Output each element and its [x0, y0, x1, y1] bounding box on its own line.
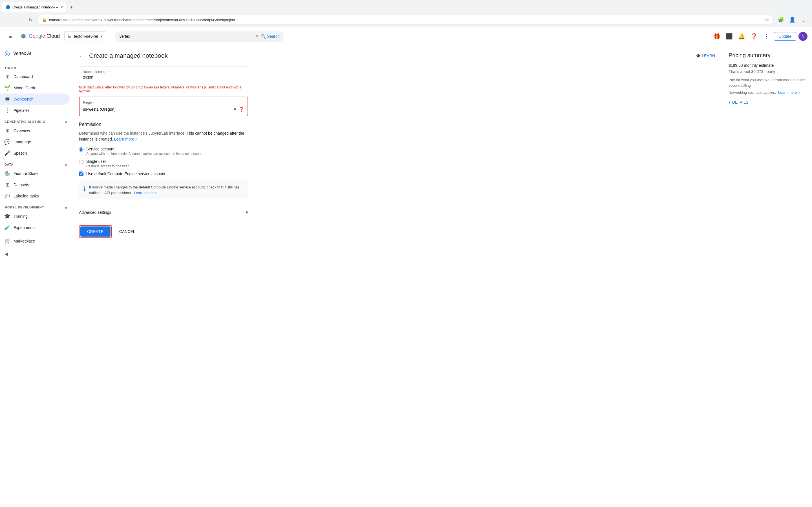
- sidebar-item-overview[interactable]: ⊕ Overview: [0, 125, 70, 136]
- notebook-name-label: Notebook name *: [83, 70, 245, 74]
- data-collapse-icon: ∧: [64, 162, 67, 167]
- cloud-shell-button[interactable]: ⬛: [724, 31, 734, 41]
- search-clear-icon[interactable]: ✕: [255, 34, 259, 39]
- pricing-external-link-icon: ↗: [797, 90, 800, 95]
- bookmark-icon[interactable]: ☆: [765, 17, 769, 22]
- page-header: ← Create a managed notebook 🎓 LEARN: [79, 52, 715, 59]
- sidebar-label-speech: Speech: [13, 151, 27, 156]
- info-box: ℹ If you've made changes to the default …: [79, 180, 248, 200]
- model-dev-section-toggle[interactable]: MODEL DEVELOPMENT ∧: [0, 202, 72, 211]
- search-button[interactable]: 🔍 Search: [261, 34, 280, 39]
- sidebar-item-speech[interactable]: 🎤 Speech: [0, 148, 70, 159]
- region-field: Region us-west1 (Oregon) us-central1 (Io…: [79, 97, 248, 116]
- page-title: Create a managed notebook: [89, 52, 168, 59]
- sidebar-label-experiments: Experiments: [13, 225, 36, 230]
- sidebar-item-training[interactable]: 🎓 Training: [0, 211, 70, 222]
- help-button[interactable]: ❓: [749, 31, 759, 41]
- pricing-details-label: DETAILS: [732, 100, 748, 105]
- sidebar: ◎ Vertex AI TOOLS ⊞ Dashboard 🌱 Model Ga…: [0, 45, 72, 507]
- region-label: Region: [83, 101, 244, 105]
- forward-button[interactable]: →: [15, 15, 24, 24]
- overview-icon: ⊕: [4, 128, 10, 133]
- update-button[interactable]: Update: [774, 32, 796, 41]
- sidebar-toggle-button[interactable]: ☰: [4, 31, 16, 42]
- info-learn-more-link[interactable]: Learn more ↗: [134, 190, 156, 196]
- notebook-name-hint: Must start with a letter followed by up …: [79, 86, 248, 93]
- sidebar-label-dashboard: Dashboard: [13, 74, 33, 79]
- sidebar-brand: ◎ Vertex AI: [0, 45, 72, 62]
- back-button[interactable]: ←: [3, 15, 12, 24]
- project-selector[interactable]: ⊞ tecton-dev-rel ▾: [64, 31, 106, 41]
- experiments-icon: 🧪: [4, 225, 10, 230]
- pricing-info2: Networking cost also applies. Learn more…: [728, 90, 805, 96]
- sidebar-item-model-garden[interactable]: 🌱 Model Garden: [0, 82, 70, 94]
- advanced-label: Advanced settings: [79, 210, 111, 215]
- info-icon: ℹ: [84, 184, 86, 193]
- external-link-icon: ↗: [135, 137, 138, 142]
- url-text: console.cloud.google.com/vertex-ai/workb…: [49, 18, 763, 22]
- sidebar-label-model-garden: Model Garden: [13, 86, 39, 90]
- sidebar-item-datasets[interactable]: ⊞ Datasets: [0, 179, 70, 190]
- sidebar-item-feature-store[interactable]: 🏪 Feature Store: [0, 168, 70, 179]
- settings-button[interactable]: ⋮: [762, 31, 772, 41]
- sidebar-item-experiments[interactable]: 🧪 Experiments: [0, 222, 70, 233]
- training-icon: 🎓: [4, 214, 10, 219]
- gc-logo: Google Cloud: [20, 33, 60, 40]
- single-user-radio[interactable]: [79, 160, 84, 164]
- new-tab-button[interactable]: +: [67, 3, 75, 11]
- gen-ai-section-toggle[interactable]: GENERATIVE AI STUDIO ∧: [0, 116, 72, 125]
- region-field-container: Region us-west1 (Oregon) us-central1 (Io…: [79, 97, 248, 116]
- create-button[interactable]: CREATE: [80, 226, 110, 237]
- search-bar: ✕ 🔍 Search: [115, 31, 284, 42]
- sidebar-item-dashboard[interactable]: ⊞ Dashboard: [0, 71, 70, 82]
- marketplace-icon: 🛒: [4, 238, 10, 244]
- advanced-expand-icon: ▾: [246, 209, 248, 216]
- use-default-checkbox[interactable]: [79, 172, 84, 176]
- learn-link[interactable]: 🎓 LEARN: [696, 54, 715, 58]
- advanced-settings-toggle[interactable]: Advanced settings ▾: [79, 205, 248, 219]
- google-cloud-logo-icon: [20, 33, 27, 40]
- sidebar-label-marketplace: Marketplace: [13, 239, 35, 243]
- permission-learn-more-link[interactable]: Learn more ↗: [114, 136, 138, 142]
- back-navigation-button[interactable]: ←: [79, 53, 85, 59]
- service-account-option: Service account Anyone with the iam.serv…: [79, 147, 248, 156]
- browser-tab[interactable]: 🔵 Create a managed notebook – ×: [2, 2, 66, 12]
- data-section-toggle[interactable]: DATA ∧: [0, 159, 72, 168]
- region-help-icon[interactable]: ❓: [239, 107, 244, 112]
- sidebar-item-pipelines[interactable]: ⋮ Pipelines: [0, 105, 70, 116]
- gift-icon-button[interactable]: 🎁: [712, 31, 722, 41]
- profile-icon[interactable]: 👤: [787, 15, 797, 25]
- sidebar-label-workbench: Workbench: [13, 97, 34, 101]
- service-account-radio[interactable]: [79, 147, 84, 152]
- reload-button[interactable]: ↻: [26, 15, 35, 24]
- sidebar-label-overview: Overview: [13, 128, 30, 133]
- search-input[interactable]: [119, 34, 253, 39]
- permission-title: Permission: [79, 122, 248, 127]
- info-text: If you've made changes to the default Co…: [89, 184, 244, 195]
- sidebar-collapse-button[interactable]: ◀: [0, 247, 72, 261]
- action-buttons: CREATE CANCEL: [79, 225, 248, 238]
- pricing-estimate: $199.50 monthly estimate: [728, 63, 805, 68]
- form-section: Notebook name * Must start with a letter…: [79, 66, 248, 238]
- sidebar-item-labeling-tasks[interactable]: 🏷 Labeling tasks: [0, 190, 70, 202]
- region-select[interactable]: us-west1 (Oregon) us-central1 (Iowa) us-…: [83, 107, 232, 112]
- cancel-button[interactable]: CANCEL: [116, 226, 138, 237]
- extensions-icon[interactable]: 🧩: [776, 15, 786, 25]
- sidebar-item-marketplace[interactable]: 🛒 Marketplace: [0, 235, 70, 247]
- notebook-name-field: Notebook name *: [79, 66, 248, 83]
- learn-text: LEARN: [702, 54, 715, 58]
- browser-menu-icon[interactable]: ⋮: [799, 15, 809, 25]
- notebook-name-input[interactable]: [83, 75, 245, 79]
- user-avatar[interactable]: N: [799, 32, 808, 41]
- model-dev-label: MODEL DEVELOPMENT: [4, 206, 44, 209]
- sidebar-item-workbench[interactable]: 💻 Workbench: [0, 94, 70, 105]
- pricing-hourly: That's about $0.273 hourly: [728, 69, 805, 74]
- gc-logo-text: Google Cloud: [29, 33, 60, 39]
- pricing-details-toggle[interactable]: ▾ DETAILS: [728, 100, 805, 105]
- single-user-option: Single user Restricts access to one user: [79, 159, 248, 168]
- tab-close-btn[interactable]: ×: [60, 5, 63, 10]
- notifications-button[interactable]: 🔔: [737, 31, 747, 41]
- address-bar[interactable]: 🔒 console.cloud.google.com/vertex-ai/wor…: [37, 15, 774, 25]
- pricing-learn-more-link[interactable]: Learn more ↗: [778, 90, 800, 96]
- sidebar-item-language[interactable]: 💬 Language: [0, 136, 70, 148]
